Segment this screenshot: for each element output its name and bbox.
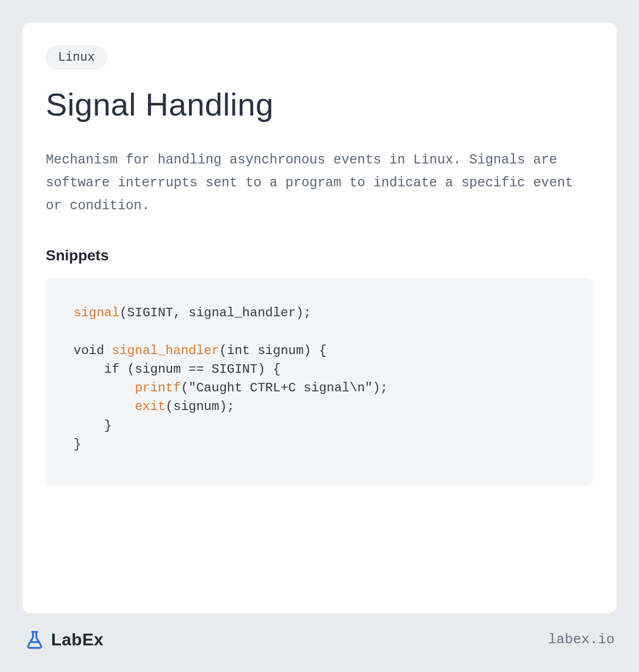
code-snippet: signal(SIGINT, signal_handler); void sig… <box>46 278 593 486</box>
flask-icon <box>24 629 45 650</box>
code-token-fn: printf <box>135 381 181 395</box>
code-token: void <box>73 343 112 358</box>
code-token: (signum); <box>166 399 235 414</box>
code-token <box>73 399 135 414</box>
brand: LabEx <box>24 629 104 650</box>
brand-name: LabEx <box>51 630 104 650</box>
code-token-fn: exit <box>135 399 166 414</box>
code-token: (SIGINT, signal_handler); <box>119 306 311 320</box>
description-text: Mechanism for handling asynchronous even… <box>46 149 593 217</box>
code-token <box>73 381 135 395</box>
brand-domain: labex.io <box>548 632 615 648</box>
code-token: if (signum == SIGINT) { <box>73 362 281 376</box>
content-card: Linux Signal Handling Mechanism for hand… <box>22 22 617 613</box>
code-token: } <box>73 419 112 433</box>
code-token: ("Caught CTRL+C signal\n"); <box>181 381 388 395</box>
code-token: } <box>73 437 81 452</box>
footer: LabEx labex.io <box>22 613 617 650</box>
snippets-heading: Snippets <box>46 247 593 264</box>
code-token-fn: signal_handler <box>112 343 219 358</box>
page-title: Signal Handling <box>46 86 593 123</box>
category-tag: Linux <box>46 46 107 69</box>
code-token: (int signum) { <box>219 343 327 358</box>
code-token-fn: signal <box>73 306 119 320</box>
